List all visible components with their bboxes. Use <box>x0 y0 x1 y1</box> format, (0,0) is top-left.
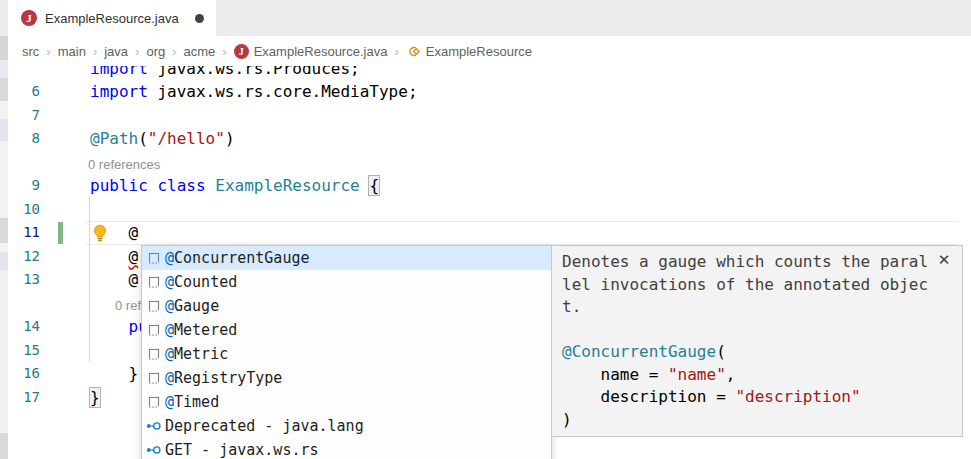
line-number[interactable]: 14 <box>4 315 40 339</box>
modified-indicator[interactable] <box>195 14 204 23</box>
suggest-item--metric[interactable]: @Metric <box>142 342 551 366</box>
code-line[interactable]: } <box>90 362 138 386</box>
suggest-docs-panel: ✕ Denotes a gauge which counts the paral… <box>551 245 963 437</box>
breadcrumb-item-acme[interactable]: acme <box>184 44 216 59</box>
suggest-item-label: GET - javax.ws.rs <box>165 441 319 459</box>
reference-icon <box>146 442 162 458</box>
breadcrumb-label: org <box>146 44 165 59</box>
doc-token: ( <box>716 342 726 361</box>
line-number[interactable]: 16 <box>4 362 40 386</box>
code-token: } <box>90 388 100 407</box>
code-token: @ <box>129 247 139 266</box>
line-number[interactable]: 17 <box>4 386 40 410</box>
suggest-item-label: @Gauge <box>165 297 219 315</box>
breadcrumb-item-src[interactable]: src <box>22 44 39 59</box>
reference-icon <box>146 442 162 458</box>
line-number[interactable]: 10 <box>4 198 40 222</box>
code-line[interactable]: @Path("/hello") <box>90 127 235 151</box>
matched-text: @ <box>165 369 174 387</box>
line-number[interactable]: 13 <box>4 268 40 292</box>
code-line[interactable]: @ <box>90 268 138 292</box>
breadcrumb-label: java <box>104 44 128 59</box>
snippet-icon <box>146 298 162 314</box>
breadcrumb-label: acme <box>184 44 216 59</box>
code-token: public <box>90 176 148 195</box>
java-file-icon: J <box>21 10 37 26</box>
snippet-icon <box>146 394 162 410</box>
code-line[interactable]: @ <box>90 221 138 245</box>
strip-block <box>0 78 8 101</box>
code-token: ) <box>225 129 235 148</box>
line-number[interactable]: 11 <box>4 221 40 245</box>
code-token <box>360 176 370 195</box>
code-token: ExampleResource <box>215 176 360 195</box>
snippet-icon <box>146 346 162 362</box>
doc-token: description = <box>562 387 735 406</box>
line-number[interactable]: 15 <box>4 339 40 363</box>
breadcrumb-item-java[interactable]: java <box>104 44 128 59</box>
matched-text: @ <box>165 273 174 291</box>
breadcrumb-item-main[interactable]: main <box>58 44 86 59</box>
line-number[interactable]: 7 <box>4 104 40 128</box>
suggest-item--counted[interactable]: @Counted <box>142 270 551 294</box>
suggest-item--concurrentgauge[interactable]: @ConcurrentGauge <box>142 246 551 270</box>
code-line[interactable]: @ <box>90 245 138 269</box>
doc-token: t. <box>562 297 581 316</box>
suggest-item-deprecated-java-lang[interactable]: Deprecated - java.lang <box>142 414 551 438</box>
breadcrumb-label: ExampleResource <box>426 44 532 59</box>
doc-token: Denotes a gauge which counts the paral <box>562 252 928 271</box>
doc-token: name = <box>562 365 668 384</box>
snippet-icon <box>146 250 162 266</box>
code-token <box>148 176 158 195</box>
snippet-icon <box>146 370 162 386</box>
breadcrumb-label: src <box>22 44 39 59</box>
suggest-item--registrytype[interactable]: @RegistryType <box>142 366 551 390</box>
breadcrumb: src›main›java›org›acme›JExampleResource.… <box>8 36 971 66</box>
tab-exampleresource[interactable]: J ExampleResource.java <box>8 0 216 36</box>
matched-text: @ <box>165 345 174 363</box>
code-line[interactable]: } <box>90 386 100 410</box>
suggest-item--metered[interactable]: @Metered <box>142 318 551 342</box>
class-icon <box>406 44 421 59</box>
code-line[interactable]: public class ExampleResource { <box>90 174 379 198</box>
line-number[interactable]: 8 <box>4 127 40 151</box>
tab-title: ExampleResource.java <box>45 11 179 26</box>
suggest-item--timed[interactable]: @Timed <box>142 390 551 414</box>
code-token: } <box>90 364 138 383</box>
doc-line: description = "description" <box>562 386 952 409</box>
close-icon[interactable]: ✕ <box>935 251 953 269</box>
breadcrumb-item-org[interactable]: org <box>146 44 165 59</box>
breadcrumb-separator: › <box>93 44 97 59</box>
strip-block <box>0 252 8 270</box>
tab-bar: J ExampleResource.java <box>8 0 971 36</box>
snippet-icon <box>146 370 162 386</box>
doc-token: ) <box>562 410 572 429</box>
strip-block <box>0 218 8 243</box>
code-token: javax.ws.rs.core.MediaType; <box>148 82 418 101</box>
breadcrumb-item-exampleresource[interactable]: ExampleResource <box>406 44 532 59</box>
breadcrumb-label: ExampleResource.java <box>254 44 388 59</box>
breadcrumb-separator: › <box>172 44 176 59</box>
matched-text: @ <box>165 321 174 339</box>
strip-block <box>0 270 8 433</box>
doc-token: "description" <box>735 387 860 406</box>
snippet-icon <box>146 322 162 338</box>
suggest-item--gauge[interactable]: @Gauge <box>142 294 551 318</box>
doc-line: lel invocations of the annotated objec <box>562 274 952 297</box>
strip-block <box>0 36 8 60</box>
line-number[interactable]: 6 <box>4 80 40 104</box>
breadcrumb-separator: › <box>46 44 50 59</box>
doc-line: t. <box>562 296 952 319</box>
doc-token: , <box>726 365 736 384</box>
codelens[interactable]: 0 references <box>88 151 160 174</box>
suggest-widget: @ConcurrentGauge@Counted@Gauge@Metered@M… <box>141 245 552 459</box>
breadcrumb-separator: › <box>394 44 398 59</box>
line-number[interactable]: 12 <box>4 245 40 269</box>
breadcrumb-item-exampleresource-java[interactable]: JExampleResource.java <box>234 44 388 59</box>
doc-line: @ConcurrentGauge( <box>562 341 952 364</box>
suggest-item-get-javax-ws-rs[interactable]: GET - javax.ws.rs <box>142 438 551 459</box>
line-number[interactable]: 9 <box>4 174 40 198</box>
code-token: class <box>157 176 205 195</box>
code-line[interactable]: import javax.ws.rs.core.MediaType; <box>90 80 418 104</box>
suggest-docs-content: Denotes a gauge which counts the paralle… <box>562 251 952 431</box>
